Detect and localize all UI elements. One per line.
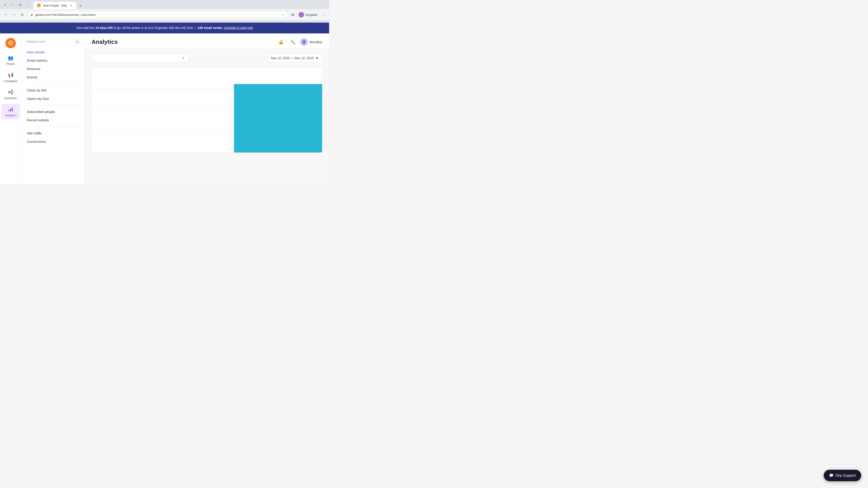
sidebar-item-new-people[interactable]: New people — [22, 48, 85, 56]
sidebar-label-clicks-by-link: Clicks by link — [27, 88, 46, 92]
page-title: Analytics — [92, 38, 118, 45]
sidebar-item-events[interactable]: Events — [22, 73, 85, 81]
browser-toolbar: ← → ↻ 🔒 getdrip.com/7641396/reports/new_… — [0, 9, 329, 20]
segment-chevron-icon: ▼ — [182, 56, 185, 60]
tab-favicon: 🙂 — [37, 4, 41, 7]
browser-tabs: ✕ − ⧉ ⌄ 🙂 New People - Drip ✕ + — [0, 0, 329, 9]
window-chevron-button[interactable]: ⌄ — [25, 2, 31, 8]
bookmark-icon: ☆ — [282, 13, 285, 17]
sidebar-divider-1 — [26, 84, 80, 84]
forward-button[interactable]: → — [11, 11, 17, 18]
extensions-button[interactable]: ⚙ — [289, 11, 296, 18]
back-button[interactable]: ← — [3, 11, 9, 18]
notification-button[interactable]: 🔔 — [277, 38, 285, 46]
chart-bar — [234, 84, 322, 152]
app-layout: 🙂 👥 People 📢 Campaigns Workflows — [0, 33, 329, 184]
svg-rect-5 — [8, 110, 9, 111]
window-restore-button[interactable]: ⧉ — [17, 2, 24, 8]
sidebar-item-conversions[interactable]: Conversions — [22, 137, 85, 146]
sidebar-label-subscribed-people: Subscribed people — [27, 110, 55, 113]
sidebar-label-site-traffic: Site traffic — [27, 131, 42, 135]
refresh-button[interactable]: ↻ — [19, 11, 25, 18]
lock-icon: 🔒 — [30, 13, 33, 16]
nav-label-workflows: Workflows — [4, 97, 17, 100]
trial-limit: 100 email sends. — [198, 26, 223, 30]
toolbar-right: ⚙ I Incognito ⋮ — [289, 11, 327, 18]
sidebar-item-recent-activity[interactable]: Recent activity — [22, 116, 85, 124]
trial-days: 14 days left — [95, 26, 113, 30]
sidebar-item-subscribed-people[interactable]: Subscribed people — [22, 107, 85, 116]
sidebar-label-email-metrics: Email metrics — [27, 59, 47, 62]
chart-controls: ▼ Nov 12, 2023 — Dec 12, 2023 ▼ — [92, 54, 322, 62]
page-header: Analytics 🔔 🔍 👤 Moodjoy — [85, 33, 329, 48]
sidebar-label-events: Events — [27, 75, 37, 79]
nav-item-campaigns[interactable]: 📢 Campaigns — [2, 70, 20, 85]
sidebar-item-opens-by-hour[interactable]: Opens by hour — [22, 94, 85, 103]
trial-text-before: Your trial has — [76, 26, 95, 30]
new-tab-button[interactable]: + — [77, 3, 84, 9]
svg-rect-7 — [12, 107, 13, 111]
profile-avatar: I — [299, 12, 304, 18]
chart-area: ▼ Nov 12, 2023 — Dec 12, 2023 ▼ — [85, 48, 329, 158]
date-range-chevron-icon: ▼ — [315, 56, 318, 60]
date-range-dropdown[interactable]: Nov 12, 2023 — Dec 12, 2023 ▼ — [267, 54, 322, 62]
tab-close-button[interactable]: ✕ — [69, 4, 73, 7]
profile-button[interactable]: I Incognito — [297, 11, 319, 18]
sidebar-header: Collapse menu ⊕ — [22, 37, 85, 48]
people-icon: 👥 — [7, 55, 14, 61]
nav-label-people: People — [6, 62, 15, 66]
svg-point-1 — [11, 90, 13, 92]
analytics-icon — [7, 106, 14, 112]
user-profile[interactable]: 👤 Moodjoy — [301, 38, 322, 46]
trial-banner: Your trial has 14 days left to go. All t… — [0, 23, 329, 33]
svg-point-2 — [11, 93, 13, 94]
sidebar-label-new-people: New people — [27, 50, 45, 54]
date-range-label: Nov 12, 2023 — Dec 12, 2023 — [271, 56, 313, 60]
user-avatar-icon: 👤 — [301, 38, 308, 46]
trial-text-middle: to go. All the power is at your fingerti… — [114, 26, 198, 30]
svg-line-3 — [10, 91, 11, 92]
nav-item-workflows[interactable]: Workflows — [2, 87, 20, 102]
segment-dropdown[interactable]: ▼ — [92, 54, 189, 62]
app-logo[interactable]: 🙂 — [5, 38, 16, 48]
browser-tab-active[interactable]: 🙂 New People - Drip ✕ — [33, 2, 76, 9]
main-content: Analytics 🔔 🔍 👤 Moodjoy ▼ Nov — [85, 33, 329, 184]
campaigns-icon: 📢 — [7, 72, 14, 78]
sidebar-label-recent-activity: Recent activity — [27, 118, 49, 122]
sidebar-item-email-metrics[interactable]: Email metrics — [22, 56, 85, 65]
sidebar-divider-2 — [26, 105, 80, 105]
header-actions: 🔔 🔍 👤 Moodjoy — [277, 38, 322, 46]
tab-title: New People - Drip — [43, 4, 67, 7]
sidebar-item-site-traffic[interactable]: Site traffic — [22, 129, 85, 137]
window-close-button[interactable]: ✕ — [2, 2, 8, 8]
upgrade-link[interactable]: Upgrade to paid now — [224, 26, 253, 30]
url-text: getdrip.com/7641396/reports/new_subscrib… — [35, 13, 280, 17]
nav-item-analytics[interactable]: Analytics — [2, 104, 20, 119]
collapse-label: Collapse menu — [26, 40, 46, 43]
address-bar[interactable]: 🔒 getdrip.com/7641396/reports/new_subscr… — [27, 11, 288, 18]
chart-container — [92, 67, 322, 153]
svg-point-0 — [8, 92, 10, 93]
workflows-icon — [7, 89, 14, 95]
menu-button[interactable]: ⋮ — [320, 11, 327, 18]
nav-icons: 🙂 👥 People 📢 Campaigns Workflows — [0, 33, 22, 184]
nav-label-campaigns: Campaigns — [4, 79, 18, 83]
sidebar-label-opens-by-hour: Opens by hour — [27, 97, 49, 101]
sidebar-item-revenue[interactable]: Revenue — [22, 65, 85, 73]
browser-chrome: ✕ − ⧉ ⌄ 🙂 New People - Drip ✕ + ← → ↻ 🔒 … — [0, 0, 329, 23]
svg-line-4 — [10, 92, 11, 93]
search-button[interactable]: 🔍 — [289, 38, 297, 46]
sidebar-label-conversions: Conversions — [27, 140, 46, 143]
collapse-menu-button[interactable]: ⊕ — [74, 39, 80, 44]
sidebar-item-clicks-by-link[interactable]: Clicks by link — [22, 86, 85, 94]
nav-label-analytics: Analytics — [5, 114, 16, 117]
nav-item-people[interactable]: 👥 People — [2, 53, 20, 68]
sidebar-label-revenue: Revenue — [27, 67, 40, 71]
sidebar-menu: Collapse menu ⊕ New people Email metrics… — [22, 33, 85, 184]
svg-rect-6 — [10, 109, 11, 111]
username-label: Moodjoy — [309, 40, 322, 44]
window-minimize-button[interactable]: − — [9, 2, 16, 8]
profile-label: Incognito — [305, 13, 317, 17]
